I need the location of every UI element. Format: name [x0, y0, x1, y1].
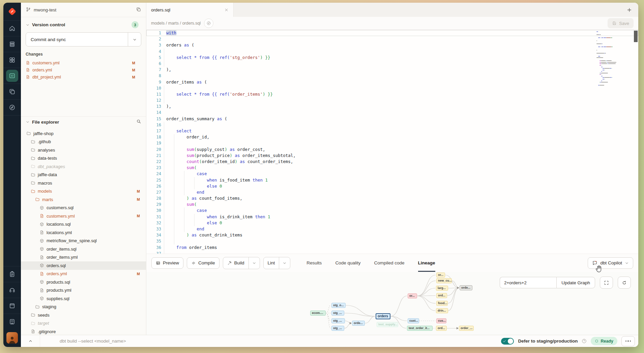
tree-item[interactable]: locations.yml — [21, 228, 146, 237]
build-button[interactable]: Build — [223, 257, 260, 269]
editor-scrollbar[interactable] — [634, 31, 638, 42]
tree-item[interactable]: order_items.sql — [21, 245, 146, 253]
lineage-node[interactable]: test_supply... — [377, 322, 398, 327]
lineage-node[interactable]: drin... — [436, 308, 448, 313]
tree-item[interactable]: order_items.yml — [21, 253, 146, 262]
lint-button[interactable]: Lint — [263, 257, 291, 269]
rail-item-code-editor-icon[interactable] — [3, 68, 21, 84]
tree-item[interactable]: customers.ymlM — [21, 212, 146, 220]
lineage-node[interactable]: or... — [436, 272, 445, 278]
panel-tab-lineage[interactable]: Lineage — [418, 254, 435, 272]
lineage-node[interactable]: order_... — [459, 326, 474, 331]
fullscreen-button[interactable] — [600, 277, 613, 289]
indent-guide — [164, 214, 164, 220]
lineage-node[interactable]: ord... — [436, 326, 447, 331]
commit-dropdown[interactable] — [128, 33, 141, 46]
tab-orders-sql[interactable]: orders.sql — [146, 3, 234, 17]
refresh-button[interactable] — [618, 277, 631, 289]
lineage-node[interactable]: stg_... — [331, 318, 345, 323]
tree-item[interactable]: staging — [21, 303, 146, 311]
defer-toggle[interactable] — [501, 338, 514, 345]
save-button[interactable]: Save — [608, 18, 634, 28]
lineage-node[interactable]: stg_... — [331, 326, 344, 331]
new-tab-button[interactable] — [626, 3, 632, 17]
change-item[interactable]: dbt_project.ymlM — [26, 73, 141, 81]
rail-item-headset-icon[interactable] — [3, 282, 21, 298]
rail-item-grid-icon[interactable] — [3, 52, 21, 68]
commit-and-sync-button[interactable]: Commit and sync — [26, 32, 141, 46]
lineage-node[interactable]: cus... — [436, 318, 446, 323]
minimap-line — [596, 60, 621, 61]
help-icon[interactable] — [582, 339, 587, 344]
lint-dropdown[interactable] — [279, 257, 290, 269]
lineage-node[interactable]: or... — [408, 293, 417, 298]
lineage-node[interactable]: orde... — [460, 285, 472, 290]
code-icon — [191, 261, 196, 265]
tree-item[interactable]: jaffle-shop — [21, 129, 146, 138]
lineage-selector-input[interactable] — [500, 277, 556, 288]
dbt-copilot-button[interactable]: dbt Copilot — [588, 257, 633, 269]
lineage-node[interactable]: stg_o... — [331, 303, 346, 308]
more-options-button[interactable] — [621, 336, 635, 346]
tree-item[interactable]: martsM — [21, 195, 146, 204]
preview-button[interactable]: Preview — [151, 257, 183, 269]
tree-item[interactable]: products.yml — [21, 286, 146, 295]
minimap[interactable] — [596, 31, 621, 88]
version-control-header[interactable]: Version control 3 — [26, 21, 141, 28]
copy-icon[interactable] — [136, 7, 141, 13]
rail-item-kiosk-icon[interactable] — [3, 314, 21, 329]
panel-tab-code-quality[interactable]: Code quality — [335, 254, 360, 272]
tree-item[interactable]: metricflow_time_spine.sql — [21, 237, 146, 245]
rail-item-dbt-logo[interactable] — [3, 3, 21, 20]
panel-tab-results[interactable]: Results — [306, 254, 322, 272]
lineage-node[interactable]: orders — [376, 313, 390, 319]
lineage-node[interactable]: new_cu... — [436, 278, 452, 283]
command-input[interactable] — [40, 338, 501, 344]
tree-item[interactable]: modelsM — [21, 187, 146, 196]
tree-item[interactable]: supplies.sql — [21, 294, 146, 303]
lineage-panel[interactable]: Update Graph ecom....stg_o...stg_...stg_… — [146, 272, 638, 335]
rail-item-notebook-icon[interactable] — [3, 298, 21, 314]
close-icon[interactable] — [224, 8, 229, 12]
tree-item[interactable]: .gitignore — [21, 327, 146, 335]
tree-item[interactable]: analyses — [21, 146, 146, 154]
tree-item[interactable]: macros — [21, 179, 146, 187]
file-explorer-header[interactable]: File explorer — [21, 117, 146, 127]
lineage-compass-button[interactable] — [204, 19, 213, 28]
user-avatar[interactable] — [6, 332, 18, 344]
line-content: order_items_summary as ( — [161, 116, 227, 122]
tree-item[interactable]: products.sql — [21, 278, 146, 286]
change-item[interactable]: customers.ymlM — [26, 59, 141, 66]
lineage-node[interactable]: test_order_it... — [407, 326, 433, 331]
tree-item[interactable]: .github — [21, 138, 146, 146]
tree-item[interactable]: orders.sql — [21, 261, 146, 270]
lineage-node[interactable]: cust... — [408, 318, 419, 323]
compile-button[interactable]: Compile — [187, 257, 219, 269]
rail-item-home-icon[interactable] — [3, 20, 21, 36]
tree-item[interactable]: seeds — [21, 311, 146, 319]
panel-tab-compiled-code[interactable]: Compiled code — [374, 254, 404, 272]
tree-item[interactable]: dbt_packages — [21, 162, 146, 171]
rail-item-clipboard-icon[interactable] — [3, 266, 21, 282]
lineage-node[interactable]: ord... — [436, 293, 447, 298]
tree-item[interactable]: customers.sql — [21, 204, 146, 212]
update-graph-button[interactable]: Update Graph — [556, 277, 595, 288]
tree-item[interactable]: target — [21, 319, 146, 328]
lineage-node[interactable]: stg_... — [331, 311, 344, 316]
change-item[interactable]: orders.ymlM — [26, 66, 141, 73]
build-dropdown[interactable] — [248, 257, 260, 269]
rail-item-stack-icon[interactable] — [3, 36, 21, 52]
code-editor[interactable]: 1with23orders as (45 select * from {{ re… — [146, 30, 638, 254]
command-bar-collapse-button[interactable] — [21, 335, 40, 347]
tree-item[interactable]: locations.sql — [21, 220, 146, 229]
tree-item[interactable]: jaffle-data — [21, 171, 146, 179]
tree-item[interactable]: data-tests — [21, 154, 146, 163]
lineage-node[interactable]: orde... — [352, 321, 365, 326]
lineage-node[interactable]: larg... — [436, 286, 448, 291]
rail-item-compass-icon[interactable] — [3, 99, 21, 115]
lineage-node[interactable]: ecom.... — [310, 311, 326, 316]
search-icon[interactable] — [136, 119, 141, 125]
tree-item[interactable]: orders.ymlM — [21, 270, 146, 278]
lineage-node[interactable]: food... — [436, 301, 448, 306]
rail-item-windows-icon[interactable] — [3, 84, 21, 99]
